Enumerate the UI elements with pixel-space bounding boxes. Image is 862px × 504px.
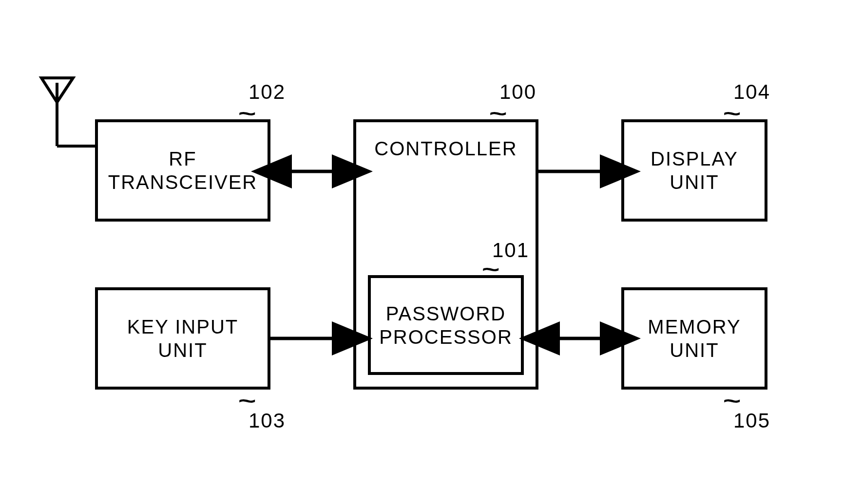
password-line2: PROCESSOR [379, 325, 513, 349]
diagram-canvas: RF TRANSCEIVER 102 ~ KEY INPUT UNIT 103 … [0, 0, 862, 504]
rf-ref-leader: ~ [238, 102, 256, 126]
rf-ref: 102 [249, 80, 286, 104]
key-line1: KEY INPUT [127, 315, 238, 338]
memory-line2: UNIT [670, 338, 719, 362]
memory-ref-leader: ~ [723, 390, 741, 413]
password-ref-leader: ~ [482, 258, 500, 281]
password-line1: PASSWORD [386, 302, 506, 325]
rf-transceiver-block: RF TRANSCEIVER [95, 119, 270, 222]
controller-title: CONTROLLER [374, 137, 517, 160]
key-line2: UNIT [158, 338, 207, 362]
display-line1: DISPLAY [651, 147, 738, 170]
memory-unit-block: MEMORY UNIT [621, 287, 767, 390]
memory-line1: MEMORY [648, 315, 741, 338]
controller-ref-leader: ~ [489, 102, 507, 126]
display-unit-block: DISPLAY UNIT [621, 119, 767, 222]
key-ref-leader: ~ [238, 390, 256, 413]
display-ref-leader: ~ [723, 102, 741, 126]
display-ref: 104 [733, 80, 770, 104]
antenna-icon [41, 78, 95, 146]
password-processor-block: PASSWORD PROCESSOR [368, 275, 524, 375]
key-input-block: KEY INPUT UNIT [95, 287, 270, 390]
display-line2: UNIT [670, 170, 719, 194]
rf-line1: RF [169, 147, 196, 170]
controller-ref: 100 [499, 80, 536, 104]
rf-line2: TRANSCEIVER [108, 170, 258, 194]
